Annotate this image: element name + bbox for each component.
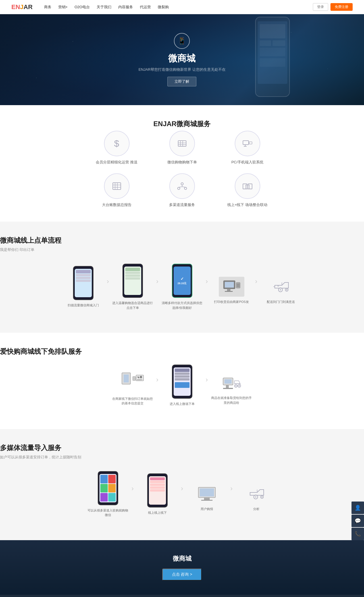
footer: 人民中心 帮助中心 使用指南 常见问题 API文档 关于我们 O2O电台 企业版…	[0, 595, 364, 597]
svg-rect-5	[260, 48, 285, 56]
service-item-4: 多渠道流量服务	[154, 173, 211, 207]
cta-section: 微商城 点击 咨询 >	[0, 540, 364, 595]
flow-title: 微商城线上点单流程	[0, 236, 364, 245]
cta-title: 微商城	[0, 554, 364, 563]
nav-about[interactable]: 关于我们	[97, 5, 111, 10]
nav-links: 商务 营销+ O2O电台 关于我们 内容服务 代运营 微裂购	[44, 5, 313, 10]
cta-button[interactable]: 点击 咨询 >	[162, 569, 202, 581]
nav-marketing[interactable]: 营销+	[58, 5, 68, 10]
flow-step-1: 进入温馨购物选合适商品进行点击下单	[111, 264, 154, 310]
service-label-3: 大台账数据总报告	[88, 202, 145, 207]
hero-icon: 📱	[174, 33, 190, 49]
offline-section: 爱快购商城线下免排队服务 在商家线下微信扫订单就如您的	[0, 333, 364, 429]
service-item-5: 线上+线下 场场整合联动	[219, 173, 276, 207]
media-arrow-2: ›	[181, 484, 183, 504]
offline-steps: 在商家线下微信扫订单就如您的基本信息提交 › 进入线上微场下单 ›	[60, 365, 304, 406]
services-section: ENJAR微商城服务 $ 会员分层精细化运营 推送 微信购物购物下单	[0, 105, 364, 222]
svg-rect-55	[224, 379, 232, 384]
media-step-0: 可以从很多渠道入驻购就购物微信	[87, 471, 129, 517]
svg-rect-51	[140, 376, 142, 378]
float-phone-button[interactable]: 📞	[351, 528, 364, 540]
flow-step-2: ✓ 28.15元 清晰多样付款方式供选择供您选择/你我都好	[161, 264, 203, 310]
service-label-4: 多渠道流量服务	[154, 202, 211, 207]
svg-rect-31	[225, 282, 234, 288]
svg-rect-3	[260, 40, 271, 46]
nav-buttons: 登录 免费注册	[313, 3, 353, 11]
service-label-2: PC/手机端入驻系统	[219, 160, 276, 165]
offline-step-2: 商品在就准备取货给到您的手里的商品给	[210, 366, 253, 405]
login-button[interactable]: 登录	[313, 3, 328, 11]
service-icon-3	[104, 173, 130, 199]
media-phone-1	[147, 473, 168, 507]
phone-icon: 📞	[355, 531, 361, 537]
media-arrow-3: ›	[230, 484, 233, 504]
offline-arrow-2: ›	[206, 376, 208, 395]
flow-step-0: 扫描流量微信商城入门	[62, 266, 105, 308]
services-grid: $ 会员分层精细化运营 推送 微信购物购物下单	[60, 131, 304, 207]
svg-rect-63	[200, 488, 214, 496]
service-label-1: 微信购物购物下单	[154, 160, 211, 165]
nav-micro[interactable]: 微裂购	[158, 5, 169, 10]
offline-step-0: 在商家线下微信扫订单就如您的基本信息提交	[111, 365, 154, 406]
flow-arrow-2: ›	[156, 277, 159, 297]
svg-rect-33	[225, 291, 233, 292]
media-arrow-1: ›	[132, 484, 134, 504]
float-account-button[interactable]: 👤	[351, 502, 364, 514]
svg-rect-64	[204, 498, 210, 500]
svg-point-67	[255, 496, 256, 498]
media-monitor-2	[194, 484, 220, 504]
media-steps: 可以从很多渠道入驻购就购物微信 › 线上线上线下 ›	[60, 471, 304, 517]
svg-rect-13	[249, 142, 252, 144]
service-icon-4	[169, 173, 195, 199]
media-step-3: 分析	[235, 477, 278, 511]
svg-point-59	[235, 385, 236, 386]
svg-rect-65	[201, 500, 213, 501]
service-item-2: PC/手机端入驻系统	[219, 131, 276, 165]
svg-rect-45	[133, 376, 136, 380]
nav-content[interactable]: 内容服务	[118, 5, 133, 10]
offline-phone-1	[172, 365, 192, 399]
svg-point-21	[181, 183, 183, 185]
logo: ENJAR	[11, 3, 33, 11]
hero-section: 📱 微商城 ENJAR帮您打造微信购物新世界 让您的生意无处不在 立即了解	[0, 14, 364, 105]
flow-label-0: 扫描流量微信商城入门	[62, 303, 105, 308]
media-subtitle: 如户可以从很多渠道安排订单，统计上据随时告别	[0, 455, 364, 460]
hero-cta-button[interactable]: 立即了解	[167, 77, 196, 86]
svg-rect-7	[178, 141, 186, 146]
svg-rect-48	[137, 376, 138, 377]
chat-icon: 💬	[355, 518, 361, 524]
media-title: 多媒体流量导入服务	[0, 443, 364, 452]
services-title: ENJAR微商城服务	[0, 119, 364, 128]
account-icon: 👤	[355, 505, 361, 511]
flow-label-2: 清晰多样付款方式供选择供您选择/你我都好	[161, 301, 203, 310]
nav-o2o[interactable]: O2O电台	[74, 5, 90, 10]
nav-shop[interactable]: 商务	[44, 5, 51, 10]
svg-rect-16	[113, 183, 121, 190]
svg-rect-6	[260, 58, 285, 67]
service-item-3: 大台账数据总报告	[88, 173, 145, 207]
float-chat-button[interactable]: 💬	[351, 515, 364, 527]
offline-step-1: 进入线上微场下单	[161, 365, 203, 406]
flow-label-4: 配送到门门到满意送	[260, 299, 302, 304]
hero-content: 📱 微商城 ENJAR帮您打造微信购物新世界 让您的生意无处不在 立即了解	[138, 33, 225, 86]
svg-rect-44	[124, 375, 129, 382]
flow-subtitle: 我是帮你们 印出订单	[0, 247, 364, 252]
media-label-3: 分析	[235, 507, 278, 511]
flow-arrow-1: ›	[107, 277, 109, 297]
hero-subtitle: ENJAR帮您打造微信购物新世界 让您的生意无处不在	[138, 67, 225, 72]
svg-rect-28	[248, 184, 252, 189]
svg-point-61	[239, 385, 240, 386]
nav-operation[interactable]: 代运营	[140, 5, 151, 10]
service-label-5: 线上+线下 场场整合联动	[219, 202, 276, 207]
flow-label-1: 进入温馨购物选合适商品进行点击下单	[111, 301, 154, 310]
register-button[interactable]: 免费注册	[330, 3, 353, 11]
service-icon-1	[169, 131, 195, 156]
media-label-0: 可以从很多渠道入驻购就购物微信	[87, 508, 129, 517]
media-label-2: 用户购情	[186, 507, 228, 511]
svg-point-22	[178, 187, 180, 190]
offline-icon-0	[118, 371, 147, 394]
flow-arrow-4: ›	[255, 277, 257, 297]
service-item-0: $ 会员分层精细化运营 推送	[88, 131, 145, 165]
svg-point-39	[280, 289, 281, 290]
svg-rect-49	[138, 376, 139, 377]
